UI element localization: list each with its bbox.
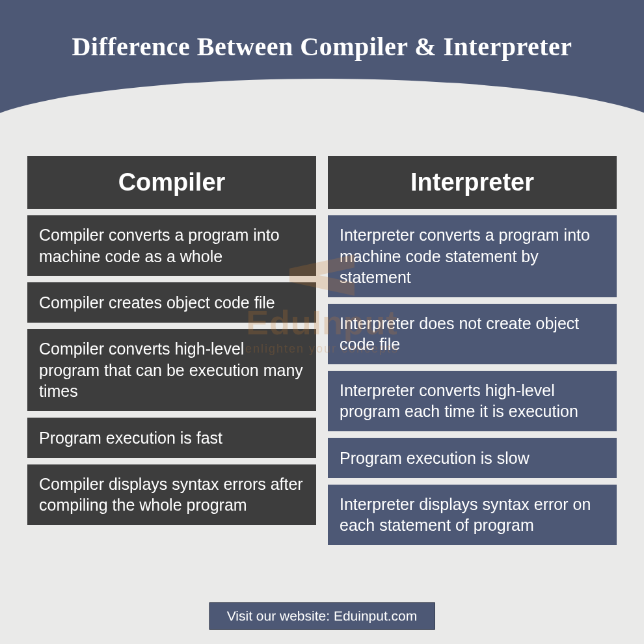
table-row: Compiler converts a program into machine…	[27, 215, 316, 276]
footer-link[interactable]: Visit our website: Eduinput.com	[209, 602, 435, 630]
header-banner: Difference Between Compiler & Interprete…	[0, 0, 644, 137]
header-curve	[0, 79, 644, 137]
table-row: Compiler displays syntax errors after co…	[27, 464, 316, 525]
compiler-column: Compiler Compiler converts a program int…	[27, 156, 316, 545]
interpreter-header: Interpreter	[328, 156, 617, 209]
compiler-header: Compiler	[27, 156, 316, 209]
page-title: Difference Between Compiler & Interprete…	[0, 31, 644, 62]
comparison-table: Compiler Compiler converts a program int…	[27, 156, 617, 545]
table-row: Program execution is fast	[27, 418, 316, 458]
table-row: Compiler converts high-level program tha…	[27, 329, 316, 411]
table-row: Program execution is slow	[328, 438, 617, 478]
interpreter-column: Interpreter Interpreter converts a progr…	[328, 156, 617, 545]
table-row: Interpreter displays syntax error on eac…	[328, 485, 617, 545]
table-row: Interpreter converts high-level program …	[328, 371, 617, 431]
table-row: Interpreter converts a program into mach…	[328, 215, 617, 297]
table-row: Interpreter does not create object code …	[328, 304, 617, 364]
table-row: Compiler creates object code file	[27, 282, 316, 323]
comparison-content: Compiler Compiler converts a program int…	[0, 137, 644, 545]
